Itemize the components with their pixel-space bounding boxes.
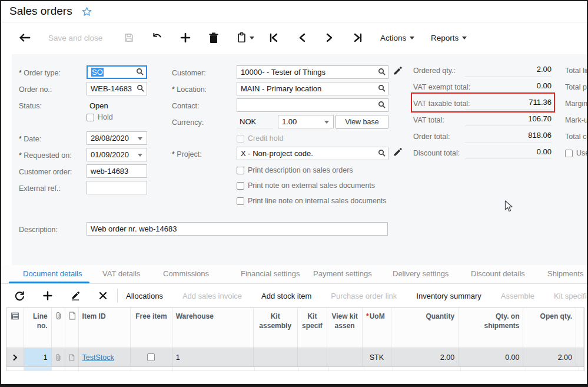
actions-menu[interactable]: Actions [380, 29, 414, 46]
add-row-icon[interactable] [40, 289, 55, 303]
hold-checkbox-box[interactable] [87, 114, 94, 121]
row-settings-header-icon[interactable] [6, 308, 24, 348]
order-total-value: 818.06 [465, 131, 552, 143]
col-header-line-no[interactable]: Line no. [24, 308, 52, 348]
tab-payment-settings[interactable]: Payment settings [313, 269, 372, 278]
credit-hold-checkbox: Credit hold [237, 134, 283, 143]
view-base-button[interactable]: View base [335, 115, 388, 129]
print-description-checkbox[interactable]: Print description on sales orders [237, 166, 353, 174]
print-note-external-checkbox-label: Print note on external sales documents [248, 181, 375, 190]
description-field[interactable]: Web order nr. web-14683 [87, 222, 388, 236]
project-lookup-icon[interactable] [378, 149, 386, 158]
hold-checkbox[interactable]: Hold [87, 113, 113, 121]
requested-on-caret-icon[interactable] [138, 154, 142, 157]
cell-item-id[interactable]: TestStock [79, 348, 131, 366]
tab-vat-details[interactable]: VAT details [102, 269, 140, 278]
col-header-view-kit-assen[interactable]: View kit assen [327, 308, 363, 348]
clipboard-caret-icon [250, 37, 254, 39]
grid-header-row: Line no. Item ID Free item Warehouse Kit… [6, 308, 584, 348]
print-line-note-internal-checkbox-box[interactable] [237, 197, 244, 205]
date-field[interactable]: 28/08/2020 [87, 131, 147, 145]
col-header-item-id[interactable]: Item ID [79, 308, 131, 348]
tab-document-details[interactable]: Document details [23, 269, 82, 278]
contact-lookup-icon[interactable] [378, 101, 386, 110]
back-button[interactable] [16, 29, 33, 46]
customer-order-field[interactable]: web-14683 [87, 164, 147, 178]
favorite-star-icon[interactable] [82, 6, 92, 19]
print-line-note-internal-checkbox[interactable]: Print line note on internal sales docume… [237, 197, 387, 205]
tab-commissions[interactable]: Commissions [163, 269, 209, 278]
cell-note-icon[interactable] [65, 348, 79, 366]
undo-icon[interactable] [149, 29, 165, 46]
col-header-uom[interactable]: *UoM [363, 308, 391, 348]
next-record-icon[interactable] [321, 29, 338, 46]
total-lines-label-clipped: Total lin [565, 67, 588, 75]
order-type-lookup-icon[interactable] [136, 68, 144, 77]
tab-financial-settings[interactable]: Financial settings [241, 269, 300, 278]
customer-field[interactable]: 10000- - Tester of Things [237, 65, 388, 79]
col-header-filler [576, 308, 584, 348]
use-checkbox-clipped[interactable]: Use [565, 149, 588, 157]
first-record-icon[interactable] [265, 29, 282, 46]
cell-free-item[interactable] [131, 348, 172, 366]
project-field[interactable]: X - Non-project code. [237, 147, 388, 160]
col-header-kit-specif[interactable]: Kit specif [298, 308, 328, 348]
use-checkbox-box[interactable] [565, 150, 573, 157]
col-header-note-icon[interactable] [65, 308, 79, 348]
save-and-close-button[interactable]: Save and close [48, 29, 102, 46]
actions-caret-icon [410, 37, 414, 39]
previous-record-icon[interactable] [294, 29, 310, 46]
margin-label-clipped: Margin [565, 100, 587, 108]
table-row[interactable]: 1 TestStock 1 STK 2.00 0.00 2.00 [6, 348, 584, 367]
delete-icon[interactable] [205, 29, 222, 46]
delete-row-icon[interactable] [95, 289, 111, 303]
free-item-checkbox-box[interactable] [147, 353, 155, 361]
tab-delivery-settings[interactable]: Delivery settings [393, 269, 449, 278]
currency-code-value[interactable]: NOK [237, 115, 273, 128]
requested-on-value: 01/09/2020 [91, 150, 129, 159]
order-no-field[interactable]: WEB-14683 [87, 82, 147, 95]
vat-exempt-total-value: 0.00 [465, 81, 552, 93]
customer-edit-icon[interactable] [393, 67, 404, 77]
credit-hold-checkbox-box [237, 135, 244, 143]
inventory-summary-button[interactable]: Inventory summary [416, 292, 481, 300]
location-field[interactable]: MAIN - Primary location [237, 82, 388, 95]
print-description-checkbox-box[interactable] [237, 167, 244, 174]
print-note-external-checkbox[interactable]: Print note on external sales documents [237, 181, 375, 190]
col-header-quantity[interactable]: Quantity [391, 308, 459, 348]
col-header-qty-on-shipments[interactable]: Qty. on shipments [459, 308, 523, 348]
last-record-icon[interactable] [350, 29, 366, 46]
grid-toolbar: Allocations Add sales invoice Add stock … [1, 285, 587, 307]
location-lookup-icon[interactable] [378, 84, 386, 94]
col-header-open-qty[interactable]: Open qty. [523, 308, 576, 348]
contact-field[interactable] [237, 98, 388, 112]
project-edit-icon[interactable] [393, 148, 404, 158]
tab-shipments[interactable]: Shipments [547, 269, 583, 278]
currency-rate-combo[interactable]: 1.00 [278, 115, 334, 128]
reports-menu[interactable]: Reports [431, 29, 467, 46]
currency-rate-caret-icon[interactable] [324, 121, 329, 124]
next-row-stub [6, 367, 584, 371]
requested-on-field[interactable]: 01/09/2020 [87, 148, 147, 161]
col-header-kit-assembly[interactable]: Kit assembly [254, 308, 298, 348]
edit-row-icon[interactable] [68, 289, 83, 303]
save-icon[interactable] [121, 29, 137, 46]
cell-quantity: 2.00 [391, 348, 459, 366]
add-stock-item-button[interactable]: Add stock item [261, 292, 311, 300]
cell-attachment-icon[interactable] [52, 348, 65, 366]
customer-lookup-icon[interactable] [378, 68, 386, 77]
order-type-field[interactable]: SO [87, 65, 147, 79]
refresh-icon[interactable] [12, 289, 27, 303]
add-record-icon[interactable] [177, 29, 194, 46]
clipboard-menu-icon[interactable] [234, 29, 257, 46]
order-no-lookup-icon[interactable] [137, 84, 144, 94]
allocations-button[interactable]: Allocations [126, 292, 163, 300]
col-header-attachment-icon[interactable] [52, 308, 65, 348]
col-header-free-item[interactable]: Free item [131, 308, 172, 348]
external-ref-field[interactable] [87, 181, 147, 194]
col-header-warehouse[interactable]: Warehouse [172, 308, 254, 348]
date-caret-icon[interactable] [138, 137, 142, 140]
item-id-link[interactable]: TestStock [82, 353, 114, 362]
print-note-external-checkbox-box[interactable] [237, 182, 244, 190]
tab-discount-details[interactable]: Discount details [471, 269, 525, 278]
